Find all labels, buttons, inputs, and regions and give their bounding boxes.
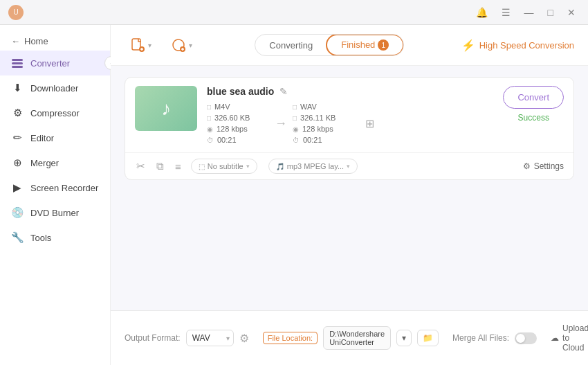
sidebar-label-converter: Converter bbox=[30, 58, 70, 69]
output-format-settings-icon[interactable]: ⚙ bbox=[239, 332, 249, 345]
edit-file-name-icon[interactable]: ✎ bbox=[279, 86, 288, 97]
avatar: U bbox=[8, 5, 24, 20]
file-action-icon[interactable]: ⊞ bbox=[363, 117, 376, 130]
output-format-select-wrapper: WAV MP3 AAC FLAC ▾ bbox=[186, 330, 234, 346]
bell-icon[interactable]: 🔔 bbox=[472, 6, 492, 19]
lightning-icon: ⚡ bbox=[461, 39, 475, 52]
merge-all-label: Merge All Files: bbox=[452, 333, 509, 343]
tab-converting[interactable]: Converting bbox=[255, 35, 327, 56]
convert-arrow-icon: → bbox=[275, 116, 287, 131]
svg-rect-0 bbox=[12, 59, 23, 61]
sidebar-item-dvd-burner[interactable]: 💿 DVD Burner bbox=[0, 200, 110, 225]
settings-button[interactable]: ⚙ Settings bbox=[523, 161, 564, 171]
output-format-select[interactable]: WAV MP3 AAC FLAC bbox=[186, 330, 234, 346]
upload-cloud-btn[interactable]: ☁ Upload to Cloud bbox=[551, 323, 588, 353]
high-speed-label: High Speed Conversion bbox=[479, 40, 574, 51]
audio-icon: 🎵 bbox=[276, 163, 284, 170]
dvd-burner-icon: 💿 bbox=[11, 206, 24, 219]
file-name: blue sea audio bbox=[207, 86, 274, 97]
source-size: 326.60 KB bbox=[214, 114, 250, 122]
sidebar-label-merger: Merger bbox=[30, 158, 59, 168]
subtitle-dropdown-icon: ▾ bbox=[246, 163, 250, 170]
sidebar: ← Home Converter ‹ ⬇ Downloader ⚙ Compre… bbox=[0, 25, 111, 365]
screen-recorder-icon: ▶ bbox=[11, 181, 24, 194]
music-note-icon: ♪ bbox=[161, 98, 171, 120]
merge-all-toggle[interactable] bbox=[515, 332, 537, 344]
main-content: ▾ ▾ Converting Finished1 ⚡ High Speed Co… bbox=[111, 25, 588, 365]
close-btn[interactable]: ✕ bbox=[563, 6, 580, 19]
output-format-field: Output Format: WAV MP3 AAC FLAC ▾ ⚙ bbox=[125, 330, 249, 346]
source-format-icon: □ bbox=[207, 103, 211, 111]
target-bitrate-icon: ◉ bbox=[293, 125, 299, 133]
sidebar-item-screen-recorder[interactable]: ▶ Screen Recorder bbox=[0, 175, 110, 200]
downloader-icon: ⬇ bbox=[11, 82, 24, 94]
audio-dropdown-icon: ▾ bbox=[347, 163, 350, 170]
subtitle-select[interactable]: ⬚ No subtitle ▾ bbox=[191, 159, 257, 174]
browse-folder-btn[interactable]: 📁 bbox=[417, 330, 439, 346]
add-file-button[interactable]: ▾ bbox=[125, 33, 157, 57]
upload-cloud-label: Upload to Cloud bbox=[562, 323, 588, 353]
back-home[interactable]: ← Home bbox=[0, 32, 110, 51]
settings-icon: ⚙ bbox=[523, 161, 531, 171]
tab-finished[interactable]: Finished1 bbox=[326, 34, 404, 57]
svg-rect-2 bbox=[12, 66, 23, 68]
source-bitrate: 128 kbps bbox=[217, 125, 248, 133]
convert-button[interactable]: Convert bbox=[503, 86, 564, 109]
add-file-icon bbox=[130, 37, 145, 53]
high-speed-conversion-btn[interactable]: ⚡ High Speed Conversion bbox=[461, 39, 574, 52]
target-duration-icon: ⏱ bbox=[293, 136, 300, 144]
sidebar-item-converter[interactable]: Converter ‹ bbox=[0, 51, 110, 75]
sidebar-label-editor: Editor bbox=[30, 133, 54, 143]
add-url-button[interactable]: ▾ bbox=[165, 33, 198, 57]
target-size: 326.11 KB bbox=[300, 114, 336, 122]
converter-icon bbox=[11, 57, 24, 69]
path-dropdown-btn[interactable]: ▾ bbox=[396, 330, 412, 346]
file-location-field: File Location: D:\Wondershare UniConvert… bbox=[263, 326, 439, 350]
menu-icon[interactable]: ☰ bbox=[497, 6, 515, 19]
sidebar-item-editor[interactable]: ✏ Editor bbox=[0, 125, 110, 150]
sidebar-label-tools: Tools bbox=[30, 233, 51, 243]
sidebar-item-merger[interactable]: ⊕ Merger bbox=[0, 150, 110, 175]
maximize-btn[interactable]: □ bbox=[544, 6, 558, 19]
sidebar-item-downloader[interactable]: ⬇ Downloader bbox=[0, 75, 110, 100]
back-arrow-icon: ← bbox=[11, 36, 20, 46]
finished-badge: 1 bbox=[378, 39, 389, 51]
cloud-icon: ☁ bbox=[551, 333, 559, 343]
source-format: M4V bbox=[214, 103, 230, 111]
sidebar-item-compressor[interactable]: ⚙ Compressor bbox=[0, 100, 110, 125]
merger-icon: ⊕ bbox=[11, 157, 24, 169]
success-status: Success bbox=[518, 113, 549, 123]
audio-track-select[interactable]: 🎵 mp3 MPEG lay... ▾ bbox=[268, 159, 358, 174]
card-actions: Convert Success bbox=[503, 86, 564, 123]
subtitle-value: No subtitle bbox=[208, 162, 244, 170]
add-file-arrow: ▾ bbox=[148, 42, 151, 49]
sidebar-item-tools[interactable]: 🔧 Tools bbox=[0, 225, 110, 250]
file-info: blue sea audio ✎ □ M4V □ bbox=[207, 86, 503, 144]
svg-rect-1 bbox=[12, 62, 23, 64]
minimize-btn[interactable]: — bbox=[520, 6, 538, 19]
cut-icon[interactable]: ✂ bbox=[135, 159, 147, 174]
subtitle-icon: ⬚ bbox=[199, 163, 205, 170]
merge-all-field: Merge All Files: bbox=[452, 332, 537, 344]
svg-rect-3 bbox=[132, 39, 140, 50]
content-area: ♪ blue sea audio ✎ □ M4V bbox=[111, 66, 588, 310]
effects-icon[interactable]: ≡ bbox=[174, 159, 183, 174]
back-label: Home bbox=[24, 36, 48, 46]
editor-icon: ✏ bbox=[11, 132, 24, 144]
file-path-value: D:\Wondershare UniConverter bbox=[323, 326, 391, 350]
target-bitrate: 128 kbps bbox=[302, 125, 333, 133]
target-format: WAV bbox=[300, 103, 317, 111]
target-format-icon: □ bbox=[293, 103, 297, 111]
sidebar-label-dvd-burner: DVD Burner bbox=[30, 208, 79, 218]
tab-group: Converting Finished1 bbox=[255, 34, 404, 57]
titlebar: U 🔔 ☰ — □ ✕ bbox=[0, 0, 588, 25]
file-card: ♪ blue sea audio ✎ □ M4V bbox=[125, 77, 574, 180]
crop-icon[interactable]: ⧉ bbox=[155, 159, 165, 174]
settings-label: Settings bbox=[534, 161, 564, 171]
tools-icon: 🔧 bbox=[11, 231, 24, 244]
output-format-label: Output Format: bbox=[125, 333, 181, 343]
target-size-icon: □ bbox=[293, 114, 297, 122]
bottom-bar: Output Format: WAV MP3 AAC FLAC ▾ ⚙ File… bbox=[111, 310, 588, 365]
main-toolbar: ▾ ▾ Converting Finished1 ⚡ High Speed Co… bbox=[111, 25, 588, 66]
source-duration-icon: ⏱ bbox=[207, 136, 214, 144]
